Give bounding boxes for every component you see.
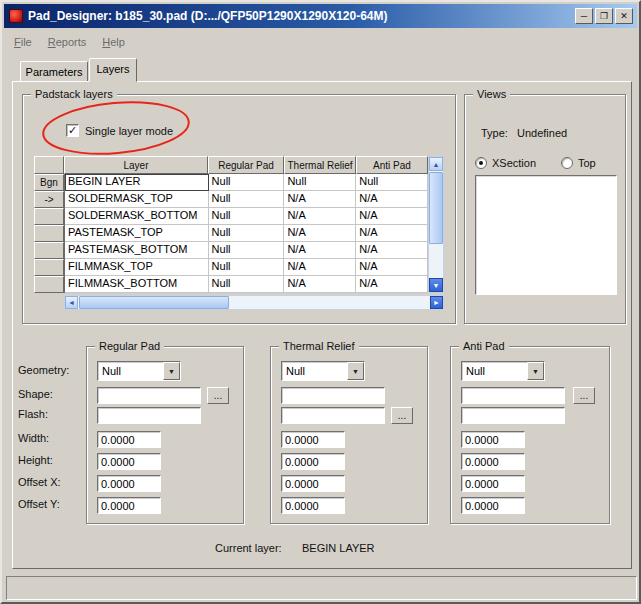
gutter-cell[interactable] [34,276,64,293]
thermal-relief-offset-y-field[interactable] [281,497,345,514]
regular-pad-cell[interactable]: Null [209,191,285,208]
chevron-down-icon[interactable]: ▼ [163,362,180,380]
layer-name-cell[interactable]: PASTEMASK_BOTTOM [65,242,209,259]
layer-name-cell[interactable]: SOLDERMASK_BOTTOM [65,208,209,225]
anti-pad-offset-x-field[interactable] [461,475,525,492]
layer-table-header: Layer Regular Pad Thermal Relief Anti Pa… [64,156,428,174]
anti-pad-cell[interactable]: N/A [356,191,428,208]
gutter-cell[interactable] [34,259,64,276]
anti-pad-geometry-value: Null [462,362,527,380]
column-header-anti-pad[interactable]: Anti Pad [356,156,428,174]
layer-name-cell[interactable]: FILMMASK_BOTTOM [65,276,209,293]
regular-pad-width-field[interactable] [97,431,161,448]
table-row[interactable]: SOLDERMASK_BOTTOM Null N/A N/A [65,208,428,225]
table-row[interactable]: SOLDERMASK_TOP Null N/A N/A [65,191,428,208]
anti-pad-cell[interactable]: N/A [356,259,428,276]
close-icon: ✕ [620,11,628,21]
anti-pad-shape-field[interactable] [461,387,565,404]
layer-name-cell[interactable]: SOLDERMASK_TOP [65,191,209,208]
regular-pad-shape-browse-button[interactable]: ... [207,387,229,404]
anti-pad-cell[interactable]: N/A [356,208,428,225]
horizontal-scrollbar[interactable]: ◄ ► [64,295,444,310]
anti-pad-height-field[interactable] [461,453,525,470]
vertical-scroll-thumb[interactable] [429,172,443,244]
vertical-scrollbar[interactable]: ▲ ▼ [428,156,444,293]
menu-file[interactable]: File [6,34,40,50]
thermal-relief-offset-x-field[interactable] [281,475,345,492]
gutter-cell[interactable] [34,208,64,225]
gutter-cell[interactable] [34,225,64,242]
regular-pad-height-field[interactable] [97,453,161,470]
thermal-relief-cell[interactable]: N/A [284,191,356,208]
scroll-up-button[interactable]: ▲ [429,157,443,171]
layer-name-cell[interactable]: BEGIN LAYER [65,174,209,191]
top-radio[interactable] [561,157,573,169]
anti-pad-cell[interactable]: N/A [356,225,428,242]
table-row[interactable]: FILMMASK_BOTTOM Null N/A N/A [65,276,428,293]
column-header-regular-pad[interactable]: Regular Pad [208,156,284,174]
scroll-right-button[interactable]: ► [430,296,443,309]
maximize-button[interactable]: ❐ [595,8,613,24]
titlebar[interactable]: Pad_Designer: b185_30.pad (D:.../QFP50P1… [4,4,637,28]
single-layer-mode-checkbox[interactable]: ✓ [66,124,79,137]
column-header-layer[interactable]: Layer [64,156,208,174]
thermal-relief-cell[interactable]: Null [284,174,356,191]
regular-pad-cell[interactable]: Null [209,276,285,293]
anti-pad-geometry-combo[interactable]: Null ▼ [461,361,545,381]
anti-pad-shape-browse-button[interactable]: ... [573,387,595,404]
anti-pad-offset-y-field[interactable] [461,497,525,514]
thermal-relief-shape-field[interactable] [281,387,385,404]
table-row[interactable]: PASTEMASK_BOTTOM Null N/A N/A [65,242,428,259]
regular-pad-cell[interactable]: Null [209,208,285,225]
table-row[interactable]: BEGIN LAYER Null Null Null [65,174,428,191]
thermal-relief-cell[interactable]: N/A [284,242,356,259]
regular-pad-cell[interactable]: Null [209,259,285,276]
regular-pad-cell[interactable]: Null [209,174,285,191]
menu-reports[interactable]: Reports [40,34,95,50]
horizontal-scroll-thumb[interactable] [79,296,229,309]
thermal-relief-flash-browse-button[interactable]: ... [391,407,413,424]
layer-name-cell[interactable]: FILMMASK_TOP [65,259,209,276]
layer-name-cell[interactable]: PASTEMASK_TOP [65,225,209,242]
anti-pad-width-field[interactable] [461,431,525,448]
regular-pad-offset-x-field[interactable] [97,475,161,492]
gutter-bgn-cell[interactable]: Bgn [34,174,64,191]
regular-pad-cell[interactable]: Null [209,225,285,242]
regular-pad-offset-y-field[interactable] [97,497,161,514]
anti-pad-cell[interactable]: N/A [356,242,428,259]
gutter-current-row-arrow[interactable]: -> [34,191,64,208]
menu-help[interactable]: Help [94,34,133,50]
thermal-relief-flash-field[interactable] [281,407,385,424]
tab-parameters[interactable]: Parameters [20,61,88,82]
thermal-relief-cell[interactable]: N/A [284,225,356,242]
thermal-relief-cell[interactable]: N/A [284,259,356,276]
thermal-relief-geometry-combo[interactable]: Null ▼ [281,361,365,381]
tab-layers[interactable]: Layers [89,58,137,82]
anti-pad-cell[interactable]: Null [356,174,428,191]
chevron-down-icon[interactable]: ▼ [347,362,364,380]
regular-pad-cell[interactable]: Null [209,242,285,259]
regular-pad-geometry-combo[interactable]: Null ▼ [97,361,181,381]
scroll-down-button[interactable]: ▼ [429,278,443,292]
minimize-icon: ─ [581,11,587,21]
thermal-relief-cell[interactable]: N/A [284,276,356,293]
offset-y-label: Offset Y: [18,498,60,510]
xsection-radio[interactable] [475,157,487,169]
gutter-header-cell [34,156,64,174]
table-row[interactable]: PASTEMASK_TOP Null N/A N/A [65,225,428,242]
close-button[interactable]: ✕ [615,8,633,24]
thermal-relief-height-field[interactable] [281,453,345,470]
thermal-relief-cell[interactable]: N/A [284,208,356,225]
thermal-relief-width-field[interactable] [281,431,345,448]
column-header-thermal-relief[interactable]: Thermal Relief [284,156,356,174]
chevron-down-icon[interactable]: ▼ [527,362,544,380]
anti-pad-cell[interactable]: N/A [356,276,428,293]
minimize-button[interactable]: ─ [575,8,593,24]
anti-pad-flash-field[interactable] [461,407,565,424]
thermal-relief-group: Thermal Relief Null ▼ ... [270,346,428,524]
regular-pad-flash-field[interactable] [97,407,201,424]
regular-pad-shape-field[interactable] [97,387,201,404]
table-row[interactable]: FILMMASK_TOP Null N/A N/A [65,259,428,276]
gutter-cell[interactable] [34,242,64,259]
scroll-left-button[interactable]: ◄ [65,296,78,309]
